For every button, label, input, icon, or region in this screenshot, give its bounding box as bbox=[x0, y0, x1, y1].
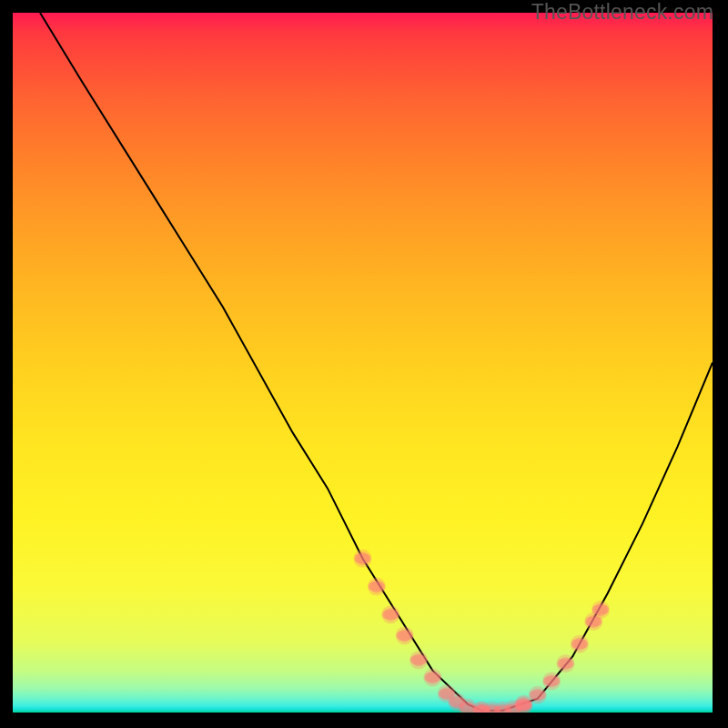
svg-rect-17 bbox=[424, 673, 440, 682]
chart-plot bbox=[13, 13, 713, 713]
curve-layer bbox=[40, 13, 713, 711]
svg-rect-11 bbox=[397, 631, 413, 640]
svg-rect-14 bbox=[410, 655, 427, 664]
svg-rect-56 bbox=[558, 659, 574, 668]
svg-rect-59 bbox=[571, 640, 588, 649]
marker-layer bbox=[354, 550, 610, 713]
brand-watermark: TheBottleneck.com bbox=[531, 0, 713, 25]
svg-rect-2 bbox=[355, 554, 371, 563]
svg-rect-65 bbox=[592, 605, 609, 614]
svg-rect-5 bbox=[369, 582, 385, 592]
svg-rect-50 bbox=[530, 691, 546, 700]
bottleneck-curve bbox=[40, 13, 713, 711]
svg-rect-47 bbox=[515, 700, 531, 709]
svg-rect-8 bbox=[382, 610, 399, 619]
svg-rect-53 bbox=[543, 676, 560, 685]
